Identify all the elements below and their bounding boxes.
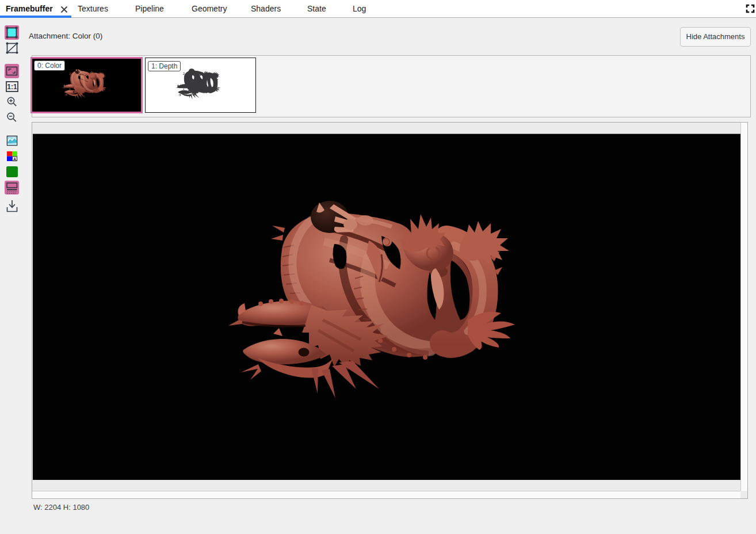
svg-text:A: A [13,157,16,161]
svg-text:1:1: 1:1 [7,83,17,91]
